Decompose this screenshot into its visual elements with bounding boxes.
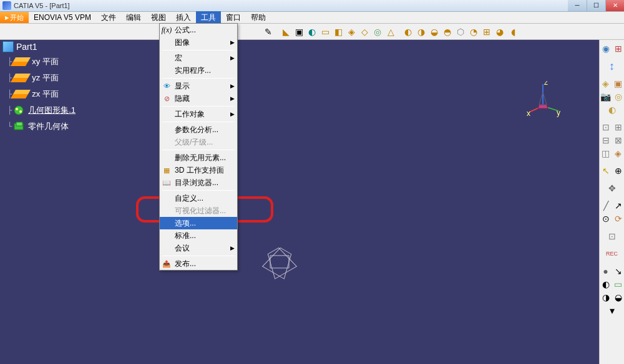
submenu-arrow-icon: ▶ [230, 245, 235, 251]
tool-icon[interactable]: ▭ [319, 26, 331, 38]
tool-icon[interactable]: ⊡ [600, 121, 612, 133]
tool-icon[interactable]: ⊞ [612, 42, 625, 55]
menu-delete-unused[interactable]: 删除无用元素... [160, 151, 237, 164]
tool-icon[interactable]: ◖ [507, 26, 519, 38]
tool-icon[interactable]: ✥ [606, 182, 618, 194]
tool-icon[interactable]: ↗ [612, 199, 625, 212]
axis-gizmo[interactable]: z y x [524, 81, 562, 118]
menu-catalog[interactable]: 📖目录浏览器... [160, 176, 237, 189]
tool-icon[interactable]: ◫ [600, 147, 612, 160]
tool-icon[interactable]: ◉ [600, 42, 612, 55]
tool-icon[interactable]: ◈ [612, 147, 625, 160]
viewport[interactable]: Part1 ├ xy 平面 ├ yz 平面 ├ zx 平面 ├ 几何图形集.1 … [0, 40, 599, 364]
tool-icon[interactable]: ⊠ [612, 134, 625, 146]
tool-icon[interactable]: ◈ [600, 77, 612, 90]
menu-help[interactable]: 帮助 [246, 11, 271, 24]
cursor-icon[interactable]: ↖ [600, 165, 612, 177]
menu-macro[interactable]: 宏▶ [160, 52, 237, 64]
menu-view[interactable]: 视图 [146, 11, 171, 24]
tool-icon[interactable]: ╱ [600, 199, 612, 212]
tool-icon[interactable]: ⊞ [480, 26, 493, 38]
tool-icon[interactable]: ⟳ [612, 213, 625, 225]
minimize-button[interactable]: ─ [568, 0, 587, 11]
tree-item-yz-plane[interactable]: ├ yz 平面 [7, 72, 76, 84]
tool-icon[interactable]: ◧ [332, 26, 344, 38]
toolbar: ✎ ◣ ▣ ◐ ▭ ◧ ◈ ◇ ◎ △ ◐ ◑ ◒ ◓ ⬡ ◔ ⊞ ◕ ◖ [0, 24, 624, 40]
menu-publish[interactable]: 📤发布... [160, 257, 237, 270]
menu-conference[interactable]: 会议▶ [160, 242, 237, 254]
tool-icon[interactable]: ◐ [606, 103, 618, 116]
tool-icon[interactable]: ● [600, 265, 612, 277]
titlebar: CATIA V5 - [Part1] ─ ☐ ✕ [0, 0, 624, 12]
tool-icon[interactable]: ◒ [612, 291, 625, 304]
tool-icon[interactable]: ◐ [402, 26, 414, 38]
menu-enovia[interactable]: ENOVIA V5 VPM [29, 12, 96, 23]
tool-icon[interactable]: ◓ [441, 26, 454, 38]
tree-label: yz 平面 [32, 72, 59, 84]
menu-standard[interactable]: 标准... [160, 229, 237, 242]
tool-icon[interactable]: ⊡ [606, 230, 618, 242]
tool-icon[interactable]: ◈ [345, 26, 358, 38]
menu-file[interactable]: 文件 [96, 11, 121, 24]
menu-formula[interactable]: f(x)公式... [160, 24, 237, 36]
tool-icon[interactable]: ◇ [358, 26, 371, 38]
tool-icon[interactable]: ◑ [415, 26, 427, 38]
tool-icon[interactable]: ↘ [612, 265, 625, 277]
menu-edit[interactable]: 编辑 [121, 11, 146, 24]
tree-root-label: Part1 [16, 42, 37, 52]
menu-window[interactable]: 窗口 [221, 11, 246, 24]
tool-icon[interactable]: ↕ [606, 60, 618, 72]
menu-param-analysis[interactable]: 参数化分析... [160, 123, 237, 136]
tool-icon[interactable]: ◎ [612, 90, 625, 103]
tool-icon[interactable]: ⊕ [612, 165, 625, 177]
menu-customize[interactable]: 自定义... [160, 192, 237, 204]
part-icon [2, 41, 14, 52]
separator [162, 50, 235, 50]
tool-icon[interactable]: ⊙ [600, 213, 612, 225]
tool-icon[interactable]: ◔ [467, 26, 480, 38]
menu-3d-support[interactable]: ▦3D 工作支持面 [160, 164, 237, 176]
tree-item-geomset[interactable]: ├ 几何图形集.1 [7, 105, 76, 116]
tool-icon[interactable]: ▣ [293, 26, 305, 38]
svg-rect-4 [16, 122, 22, 126]
separator [162, 190, 235, 191]
svg-marker-13 [270, 256, 289, 268]
close-button[interactable]: ✕ [605, 0, 624, 11]
svg-text:y: y [557, 108, 560, 117]
tool-icon[interactable]: ◣ [280, 26, 292, 38]
tool-icon[interactable]: ◐ [600, 278, 612, 290]
tree-root[interactable]: Part1 [2, 41, 76, 52]
tool-icon[interactable]: ▭ [612, 278, 625, 290]
menu-workobject[interactable]: 工作对象▶ [160, 108, 237, 120]
menu-tools[interactable]: 工具 [196, 11, 221, 24]
tool-icon[interactable]: ◕ [494, 26, 506, 38]
tool-icon[interactable]: ◒ [428, 26, 441, 38]
separator [162, 256, 235, 256]
tool-sketch-icon[interactable]: ✎ [262, 26, 275, 38]
tree-item-partbody[interactable]: └ 零件几何体 [7, 121, 76, 132]
tool-icon[interactable]: ⊞ [612, 121, 625, 133]
tree-item-xy-plane[interactable]: ├ xy 平面 [7, 56, 76, 67]
tool-icon[interactable]: ▾ [606, 304, 618, 317]
maximize-button[interactable]: ☐ [587, 0, 605, 11]
tool-icon[interactable]: 📷 [600, 90, 612, 103]
tool-icon[interactable]: △ [384, 26, 397, 38]
menu-options[interactable]: 选项... [160, 217, 237, 229]
origin-planes[interactable] [261, 243, 298, 280]
tool-icon[interactable]: ⬡ [454, 26, 467, 38]
fx-icon: f(x) [161, 25, 172, 35]
rec-icon[interactable]: REC [606, 247, 618, 260]
menu-utility[interactable]: 实用程序... [160, 64, 237, 77]
tool-icon[interactable]: ◑ [600, 291, 612, 304]
tool-icon[interactable]: ◐ [306, 26, 318, 38]
tool-icon[interactable]: ⊟ [600, 134, 612, 146]
menu-show[interactable]: 👁显示▶ [160, 80, 237, 92]
menu-hide[interactable]: ⊘隐藏▶ [160, 92, 237, 105]
tool-icon[interactable]: ◎ [371, 26, 384, 38]
tree-item-zx-plane[interactable]: ├ zx 平面 [7, 89, 76, 100]
start-button[interactable]: 开始 [0, 12, 29, 23]
publish-icon: 📤 [161, 259, 172, 269]
tool-icon[interactable]: ▣ [612, 77, 625, 90]
menu-insert[interactable]: 插入 [171, 11, 196, 24]
menu-image[interactable]: 图像▶ [160, 36, 237, 49]
